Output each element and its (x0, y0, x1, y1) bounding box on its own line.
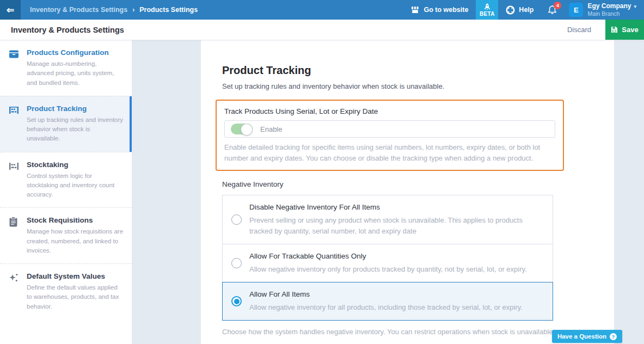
enable-toggle-label: Enable (260, 125, 282, 133)
section-title: Product Tracking (222, 63, 614, 77)
sidebar-item-desc: Manage auto-numbering, advanced pricing,… (27, 59, 124, 88)
avatar: E (569, 3, 583, 17)
option-text: Allow For All Items Allow negative inven… (249, 290, 523, 313)
radio-button[interactable] (231, 258, 242, 268)
help-lifering-icon (506, 5, 515, 15)
page-title: Inventory & Products Settings (11, 26, 124, 34)
app: ⇐ Inventory & Products Settings › Produc… (0, 0, 644, 344)
sidebar-item-title: Products Configuration (27, 48, 124, 57)
sidebar-item-stocktaking[interactable]: Stocktaking Control system logic for sto… (0, 152, 132, 208)
sidebar-item-products-configuration[interactable]: Products Configuration Manage auto-numbe… (0, 40, 132, 96)
question-mark-icon: ? (610, 333, 617, 340)
sidebar-item-text: Stock Requisitions Manage how stock requ… (27, 216, 124, 255)
tracking-abacus-icon (9, 105, 20, 144)
sidebar-item-desc: Control system logic for stocktaking and… (27, 171, 124, 200)
go-to-website-label: Go to website (424, 6, 468, 14)
negative-inventory-label: Negative Inventory (222, 180, 614, 189)
sparkles-icon (9, 272, 20, 311)
account-menu[interactable]: E Egy Company ▾ Main Branch (563, 0, 644, 20)
clipboard-icon (9, 216, 20, 255)
topbar: ⇐ Inventory & Products Settings › Produc… (0, 0, 644, 20)
option-title: Allow For All Items (249, 290, 523, 299)
negative-inventory-options: Disable Negative Inventory For All Items… (222, 195, 553, 321)
rocket-icon (484, 3, 490, 10)
collapse-arrow-icon: ⇐ (7, 5, 14, 15)
save-button[interactable]: Save (605, 20, 644, 40)
settings-sidebar: Products Configuration Manage auto-numbe… (0, 40, 132, 344)
beta-badge[interactable]: BETA (476, 0, 498, 20)
option-disable-negative-inventory[interactable]: Disable Negative Inventory For All Items… (222, 195, 553, 244)
chevron-right-icon: › (132, 6, 134, 14)
main-background: Product Tracking Set up tracking rules a… (132, 40, 644, 344)
sidebar-item-product-tracking[interactable]: Product Tracking Set up tracking rules a… (0, 96, 132, 152)
sidebar-item-text: Products Configuration Manage auto-numbe… (27, 48, 124, 88)
notifications-button[interactable]: 4 (541, 0, 563, 20)
go-to-website-button[interactable]: Go to website (403, 0, 476, 20)
option-allow-trackable-quantities-only[interactable]: Allow For Trackable Quantities Only Allo… (222, 244, 553, 282)
caret-down-icon: ▾ (634, 4, 636, 9)
sidebar-collapse-button[interactable]: ⇐ (0, 0, 21, 20)
page-header: Inventory & Products Settings Discard Sa… (0, 20, 644, 40)
help-button[interactable]: Help (498, 0, 541, 20)
sidebar-item-title: Default System Values (27, 272, 124, 280)
stocktaking-abacus-icon (9, 161, 20, 200)
sidebar-item-stock-requisitions[interactable]: Stock Requisitions Manage how stock requ… (0, 207, 132, 263)
tracking-setting-label: Track Products Using Serial, Lot or Expi… (224, 107, 555, 116)
tracking-setting-highlighted: Track Products Using Serial, Lot or Expi… (216, 100, 564, 171)
have-a-question-button[interactable]: Have a Question ? (552, 330, 622, 343)
sidebar-item-text: Default System Values Define the default… (27, 272, 124, 311)
option-text: Disable Negative Inventory For All Items… (249, 202, 544, 237)
help-label: Help (519, 6, 533, 14)
breadcrumb-current: Products Settings (139, 6, 198, 14)
sidebar-item-text: Stocktaking Control system logic for sto… (27, 161, 124, 200)
sidebar-item-text: Product Tracking Set up tracking rules a… (27, 105, 124, 144)
account-text: Egy Company ▾ Main Branch (587, 3, 636, 17)
sidebar-item-desc: Define the default values applied to war… (27, 283, 124, 311)
sidebar-item-title: Stock Requisitions (27, 216, 124, 224)
sidebar-item-default-system-values[interactable]: Default System Values Define the default… (0, 263, 132, 320)
option-title: Disable Negative Inventory For All Items (249, 202, 544, 212)
sidebar-item-desc: Manage how stock requisitions are create… (27, 227, 124, 255)
radio-button-selected[interactable] (231, 296, 242, 306)
topbar-actions: Go to website BETA (403, 0, 644, 20)
sidebar-item-title: Stocktaking (27, 161, 124, 169)
branch-name: Main Branch (587, 10, 636, 17)
floppy-disk-icon (611, 26, 618, 33)
have-a-question-label: Have a Question (557, 333, 606, 340)
breadcrumb-parent[interactable]: Inventory & Products Settings (30, 6, 127, 14)
tracking-toggle-row[interactable]: Enable (224, 120, 555, 138)
page-header-actions: Discard Save (567, 20, 644, 40)
discard-button[interactable]: Discard (567, 26, 591, 34)
box-icon (9, 48, 20, 88)
storefront-icon (411, 6, 420, 14)
radio-button[interactable] (231, 214, 242, 225)
body: Products Configuration Manage auto-numbe… (0, 40, 644, 344)
option-allow-for-all-items[interactable]: Allow For All Items Allow negative inven… (222, 282, 553, 321)
sidebar-item-desc: Set up tracking rules and inventory beha… (27, 115, 124, 144)
section-subtitle: Set up tracking rules and inventory beha… (222, 82, 614, 91)
option-desc: Allow negative inventory for all product… (249, 302, 523, 313)
company-name: Egy Company (587, 3, 631, 10)
enable-toggle[interactable] (231, 124, 253, 134)
notification-badge: 4 (554, 2, 561, 9)
tracking-help-text: Enable detailed tracking for specific it… (224, 142, 555, 164)
settings-card: Product Tracking Set up tracking rules a… (201, 40, 614, 344)
option-desc: Allow negative inventory only for produc… (249, 264, 527, 275)
option-desc: Prevent selling or using any product whe… (249, 215, 544, 237)
breadcrumb: Inventory & Products Settings › Products… (30, 0, 198, 20)
option-title: Allow For Trackable Quantities Only (249, 251, 527, 261)
save-label: Save (622, 26, 638, 34)
beta-label: BETA (480, 11, 495, 17)
sidebar-item-title: Product Tracking (27, 105, 124, 113)
option-text: Allow For Trackable Quantities Only Allo… (249, 251, 527, 275)
